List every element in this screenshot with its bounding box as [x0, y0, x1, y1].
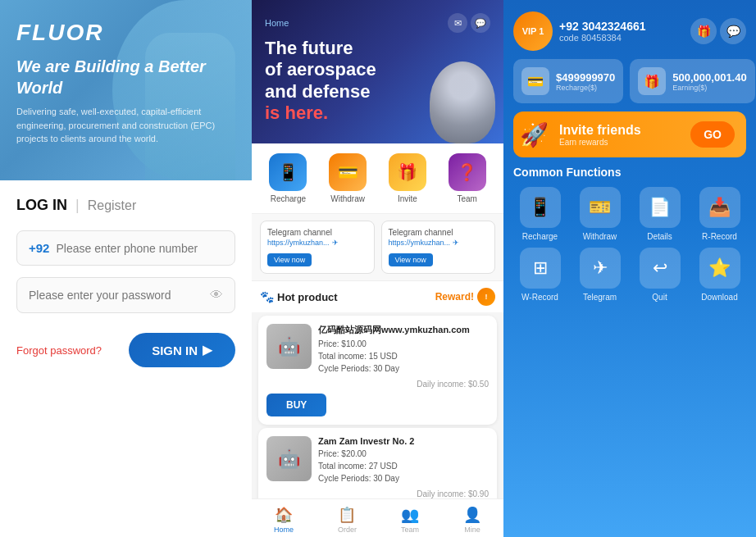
sign-in-button[interactable]: SIGN IN ▶	[129, 333, 235, 367]
register-tab[interactable]: Register	[88, 198, 137, 213]
recharge-amount: $499999970	[556, 71, 615, 84]
team-label: Team	[457, 194, 476, 203]
home-nav-label: Home	[265, 18, 289, 28]
recharge-button[interactable]: 📱 Recharge	[269, 153, 307, 203]
quick-functions: 📱 Recharge 💳 Withdraw 🎁 Invite ❓ Team	[252, 143, 503, 214]
telegram-logo-2: ✈	[453, 239, 459, 247]
password-input[interactable]	[29, 289, 210, 302]
fluor-logo: FLUOR	[16, 20, 235, 46]
fn-telegram[interactable]: ✈ Telegram	[573, 248, 626, 302]
login-panel: FLUOR We are Building a Better World Del…	[0, 0, 252, 537]
invite-banner: 🚀 Invite friends Earn rewards GO	[513, 111, 746, 157]
user-code: code 80458384	[559, 33, 684, 43]
nav-team[interactable]: 👥 Team	[401, 506, 419, 534]
product-cycle-1: Cycle Periods: 30 Day	[318, 362, 489, 375]
password-input-group: 👁	[16, 277, 235, 313]
invite-content: Invite friends Earn rewards	[559, 123, 641, 147]
fn-rrecord-icon: 📥	[699, 187, 740, 228]
hero-title-line1: The future	[265, 38, 490, 59]
product-cycle-2: Cycle Periods: 30 Day	[318, 472, 489, 485]
dashboard-panel: VIP 1 +92 3042324661 code 80458384 🎁 💬 💳…	[503, 0, 756, 537]
fn-download[interactable]: ⭐ Download	[693, 248, 746, 302]
home-panel: Home ✉ 💬 The future of aerospace and def…	[252, 0, 503, 537]
earnings-amount: 500,000,001.40	[672, 71, 746, 84]
fn-withdraw-icon: 🎫	[580, 187, 621, 228]
nav-order[interactable]: 📋 Order	[338, 506, 357, 534]
hot-product-title: 🐾 Hot product	[260, 290, 338, 303]
fn-details-icon: 📄	[640, 187, 681, 228]
fn-details-label: Details	[647, 232, 672, 241]
fn-quit[interactable]: ↩ Quit	[633, 248, 686, 302]
user-info: +92 3042324661 code 80458384	[559, 20, 684, 43]
fn-withdraw[interactable]: 🎫 Withdraw	[573, 187, 626, 241]
earnings-stat-icon: 🎁	[638, 67, 666, 95]
telegram-card-1: Telegram channel https://ymkuzhan... ✈ V…	[260, 221, 375, 274]
recharge-stat: 💳 $499999970 Recharge($)	[513, 59, 623, 103]
withdraw-button[interactable]: 💳 Withdraw	[329, 153, 367, 203]
login-tab[interactable]: LOG IN	[16, 197, 67, 214]
chat-header-icon[interactable]: 💬	[720, 18, 746, 44]
recharge-icon: 📱	[269, 153, 307, 191]
fn-wrecord-label: W-Record	[521, 293, 558, 302]
sign-in-label: SIGN IN	[152, 344, 198, 357]
product-thumb-1: 🤖	[266, 324, 312, 369]
fn-wrecord-icon: ⊞	[520, 248, 561, 289]
sign-in-arrow: ▶	[203, 343, 212, 357]
dashboard-header: VIP 1 +92 3042324661 code 80458384 🎁 💬	[513, 11, 746, 51]
product-price-1: Price: $10.00	[318, 338, 489, 350]
daily-income-1: Daily income: $0.50	[266, 380, 489, 389]
hero-tagline: We are Building a Better World	[16, 56, 235, 98]
forgot-password-link[interactable]: Forgot password?	[16, 344, 102, 357]
fn-recharge-label: Recharge	[522, 232, 558, 241]
fn-recharge[interactable]: 📱 Recharge	[513, 187, 567, 241]
product-name-2: Zam Zam Investr No. 2	[318, 436, 489, 446]
view-now-btn-1[interactable]: View now	[267, 253, 312, 266]
phone-prefix: +92	[29, 241, 49, 255]
product-income-1: Total income: 15 USD	[318, 350, 489, 362]
fn-download-label: Download	[701, 293, 737, 302]
invite-button[interactable]: 🎁 Invite	[389, 153, 426, 203]
team-nav-icon: 👥	[401, 506, 419, 524]
product-name-1: 亿码酷站源码网www.ymkuzhan.com	[318, 324, 489, 336]
tab-divider: |	[75, 197, 80, 214]
nav-home[interactable]: 🏠 Home	[274, 506, 294, 534]
fn-details[interactable]: 📄 Details	[633, 187, 686, 241]
gift-icon[interactable]: 🎁	[690, 18, 717, 44]
form-actions: Forgot password? SIGN IN ▶	[16, 333, 235, 367]
team-button[interactable]: ❓ Team	[449, 153, 486, 203]
telegram-channels: Telegram channel https://ymkuzhan... ✈ V…	[252, 214, 503, 281]
nav-mine[interactable]: 👤 Mine	[463, 506, 481, 534]
reward-badge: Reward! !	[435, 288, 495, 306]
withdraw-label: Withdraw	[330, 194, 365, 203]
astronaut-image	[430, 61, 495, 143]
invite-subtitle: Earn rewards	[559, 138, 641, 147]
message-icon[interactable]: ✉	[448, 13, 467, 33]
earnings-stat: 🎁 500,000,001.40 Earning($)	[630, 59, 754, 103]
product-thumb-2: 🤖	[266, 436, 312, 481]
fn-quit-icon: ↩	[640, 248, 681, 289]
fn-wrecord[interactable]: ⊞ W-Record	[513, 248, 567, 302]
product-inner-1: 🤖 亿码酷站源码网www.ymkuzhan.com Price: $10.00 …	[266, 324, 489, 375]
login-form: LOG IN | Register +92 👁 Forgot password?…	[0, 180, 252, 537]
invite-go-button[interactable]: GO	[690, 121, 735, 148]
invite-icon: 🎁	[389, 153, 426, 191]
phone-input[interactable]	[56, 242, 223, 255]
team-nav-text: Team	[401, 526, 419, 534]
product-income-2: Total income: 27 USD	[318, 460, 489, 472]
order-nav-text: Order	[338, 526, 357, 534]
chat-icon[interactable]: 💬	[471, 13, 490, 33]
view-now-btn-2[interactable]: View now	[389, 253, 433, 266]
telegram-title-1: Telegram channel	[267, 228, 367, 237]
invite-title: Invite friends	[559, 123, 641, 138]
fn-rrecord[interactable]: 📥 R-Record	[693, 187, 746, 241]
phone-input-group: +92	[16, 230, 235, 266]
functions-grid: 📱 Recharge 🎫 Withdraw 📄 Details 📥 R-Reco…	[513, 187, 746, 302]
login-tabs: LOG IN | Register	[16, 197, 235, 214]
eye-icon[interactable]: 👁	[210, 288, 223, 303]
mine-nav-text: Mine	[464, 526, 480, 534]
header-icons: 🎁 💬	[690, 18, 746, 44]
fn-quit-label: Quit	[652, 293, 667, 302]
buy-btn-1[interactable]: BUY	[266, 394, 326, 416]
stats-row: 💳 $499999970 Recharge($) 🎁 500,000,001.4…	[513, 59, 746, 103]
product-info-1: 亿码酷站源码网www.ymkuzhan.com Price: $10.00 To…	[318, 324, 489, 375]
